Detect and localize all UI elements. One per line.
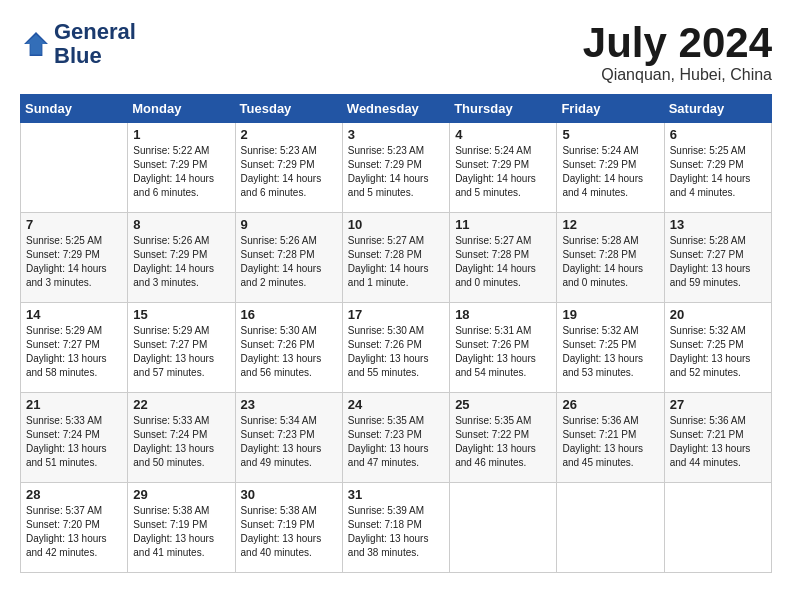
calendar-cell: 14Sunrise: 5:29 AM Sunset: 7:27 PM Dayli… <box>21 303 128 393</box>
calendar-cell: 28Sunrise: 5:37 AM Sunset: 7:20 PM Dayli… <box>21 483 128 573</box>
calendar-week-2: 7Sunrise: 5:25 AM Sunset: 7:29 PM Daylig… <box>21 213 772 303</box>
cell-content: Sunrise: 5:36 AM Sunset: 7:21 PM Dayligh… <box>562 414 658 470</box>
day-number: 17 <box>348 307 444 322</box>
day-number: 1 <box>133 127 229 142</box>
location: Qianquan, Hubei, China <box>583 66 772 84</box>
cell-content: Sunrise: 5:25 AM Sunset: 7:29 PM Dayligh… <box>26 234 122 290</box>
calendar-cell: 22Sunrise: 5:33 AM Sunset: 7:24 PM Dayli… <box>128 393 235 483</box>
calendar-cell: 26Sunrise: 5:36 AM Sunset: 7:21 PM Dayli… <box>557 393 664 483</box>
day-number: 7 <box>26 217 122 232</box>
cell-content: Sunrise: 5:31 AM Sunset: 7:26 PM Dayligh… <box>455 324 551 380</box>
calendar-cell: 11Sunrise: 5:27 AM Sunset: 7:28 PM Dayli… <box>450 213 557 303</box>
cell-content: Sunrise: 5:23 AM Sunset: 7:29 PM Dayligh… <box>241 144 337 200</box>
cell-content: Sunrise: 5:27 AM Sunset: 7:28 PM Dayligh… <box>455 234 551 290</box>
logo-icon <box>20 28 52 60</box>
header-day-saturday: Saturday <box>664 95 771 123</box>
title-block: July 2024 Qianquan, Hubei, China <box>583 20 772 84</box>
day-number: 13 <box>670 217 766 232</box>
day-number: 20 <box>670 307 766 322</box>
day-number: 24 <box>348 397 444 412</box>
cell-content: Sunrise: 5:26 AM Sunset: 7:28 PM Dayligh… <box>241 234 337 290</box>
calendar-cell: 31Sunrise: 5:39 AM Sunset: 7:18 PM Dayli… <box>342 483 449 573</box>
calendar-cell: 21Sunrise: 5:33 AM Sunset: 7:24 PM Dayli… <box>21 393 128 483</box>
calendar-cell: 29Sunrise: 5:38 AM Sunset: 7:19 PM Dayli… <box>128 483 235 573</box>
calendar-week-5: 28Sunrise: 5:37 AM Sunset: 7:20 PM Dayli… <box>21 483 772 573</box>
day-number: 5 <box>562 127 658 142</box>
cell-content: Sunrise: 5:35 AM Sunset: 7:22 PM Dayligh… <box>455 414 551 470</box>
day-number: 3 <box>348 127 444 142</box>
day-number: 8 <box>133 217 229 232</box>
cell-content: Sunrise: 5:25 AM Sunset: 7:29 PM Dayligh… <box>670 144 766 200</box>
calendar-week-4: 21Sunrise: 5:33 AM Sunset: 7:24 PM Dayli… <box>21 393 772 483</box>
calendar-cell <box>664 483 771 573</box>
day-number: 31 <box>348 487 444 502</box>
calendar-cell: 25Sunrise: 5:35 AM Sunset: 7:22 PM Dayli… <box>450 393 557 483</box>
calendar-cell: 4Sunrise: 5:24 AM Sunset: 7:29 PM Daylig… <box>450 123 557 213</box>
calendar-cell: 6Sunrise: 5:25 AM Sunset: 7:29 PM Daylig… <box>664 123 771 213</box>
day-number: 30 <box>241 487 337 502</box>
month-title: July 2024 <box>583 20 772 66</box>
header-row: SundayMondayTuesdayWednesdayThursdayFrid… <box>21 95 772 123</box>
header-day-thursday: Thursday <box>450 95 557 123</box>
cell-content: Sunrise: 5:38 AM Sunset: 7:19 PM Dayligh… <box>133 504 229 560</box>
calendar-week-3: 14Sunrise: 5:29 AM Sunset: 7:27 PM Dayli… <box>21 303 772 393</box>
header-day-monday: Monday <box>128 95 235 123</box>
cell-content: Sunrise: 5:24 AM Sunset: 7:29 PM Dayligh… <box>455 144 551 200</box>
day-number: 22 <box>133 397 229 412</box>
cell-content: Sunrise: 5:28 AM Sunset: 7:28 PM Dayligh… <box>562 234 658 290</box>
calendar-cell: 18Sunrise: 5:31 AM Sunset: 7:26 PM Dayli… <box>450 303 557 393</box>
cell-content: Sunrise: 5:24 AM Sunset: 7:29 PM Dayligh… <box>562 144 658 200</box>
cell-content: Sunrise: 5:33 AM Sunset: 7:24 PM Dayligh… <box>133 414 229 470</box>
cell-content: Sunrise: 5:38 AM Sunset: 7:19 PM Dayligh… <box>241 504 337 560</box>
calendar-cell: 15Sunrise: 5:29 AM Sunset: 7:27 PM Dayli… <box>128 303 235 393</box>
calendar-cell: 23Sunrise: 5:34 AM Sunset: 7:23 PM Dayli… <box>235 393 342 483</box>
day-number: 2 <box>241 127 337 142</box>
day-number: 9 <box>241 217 337 232</box>
cell-content: Sunrise: 5:32 AM Sunset: 7:25 PM Dayligh… <box>562 324 658 380</box>
header-day-friday: Friday <box>557 95 664 123</box>
calendar-cell: 17Sunrise: 5:30 AM Sunset: 7:26 PM Dayli… <box>342 303 449 393</box>
calendar-cell: 1Sunrise: 5:22 AM Sunset: 7:29 PM Daylig… <box>128 123 235 213</box>
cell-content: Sunrise: 5:27 AM Sunset: 7:28 PM Dayligh… <box>348 234 444 290</box>
day-number: 12 <box>562 217 658 232</box>
logo-line1: General <box>54 20 136 44</box>
calendar-cell: 7Sunrise: 5:25 AM Sunset: 7:29 PM Daylig… <box>21 213 128 303</box>
logo: General Blue <box>20 20 136 68</box>
calendar-cell: 30Sunrise: 5:38 AM Sunset: 7:19 PM Dayli… <box>235 483 342 573</box>
cell-content: Sunrise: 5:26 AM Sunset: 7:29 PM Dayligh… <box>133 234 229 290</box>
cell-content: Sunrise: 5:32 AM Sunset: 7:25 PM Dayligh… <box>670 324 766 380</box>
day-number: 28 <box>26 487 122 502</box>
calendar-cell <box>21 123 128 213</box>
calendar-header: SundayMondayTuesdayWednesdayThursdayFrid… <box>21 95 772 123</box>
calendar-cell: 12Sunrise: 5:28 AM Sunset: 7:28 PM Dayli… <box>557 213 664 303</box>
day-number: 4 <box>455 127 551 142</box>
day-number: 27 <box>670 397 766 412</box>
day-number: 29 <box>133 487 229 502</box>
day-number: 6 <box>670 127 766 142</box>
cell-content: Sunrise: 5:29 AM Sunset: 7:27 PM Dayligh… <box>133 324 229 380</box>
day-number: 21 <box>26 397 122 412</box>
header-day-tuesday: Tuesday <box>235 95 342 123</box>
calendar-cell: 10Sunrise: 5:27 AM Sunset: 7:28 PM Dayli… <box>342 213 449 303</box>
cell-content: Sunrise: 5:34 AM Sunset: 7:23 PM Dayligh… <box>241 414 337 470</box>
day-number: 19 <box>562 307 658 322</box>
cell-content: Sunrise: 5:22 AM Sunset: 7:29 PM Dayligh… <box>133 144 229 200</box>
day-number: 14 <box>26 307 122 322</box>
calendar-cell: 13Sunrise: 5:28 AM Sunset: 7:27 PM Dayli… <box>664 213 771 303</box>
cell-content: Sunrise: 5:28 AM Sunset: 7:27 PM Dayligh… <box>670 234 766 290</box>
svg-marker-1 <box>26 35 47 55</box>
calendar-cell: 16Sunrise: 5:30 AM Sunset: 7:26 PM Dayli… <box>235 303 342 393</box>
calendar-cell: 9Sunrise: 5:26 AM Sunset: 7:28 PM Daylig… <box>235 213 342 303</box>
calendar-cell: 8Sunrise: 5:26 AM Sunset: 7:29 PM Daylig… <box>128 213 235 303</box>
day-number: 10 <box>348 217 444 232</box>
page-header: General Blue July 2024 Qianquan, Hubei, … <box>20 20 772 84</box>
calendar-table: SundayMondayTuesdayWednesdayThursdayFrid… <box>20 94 772 573</box>
cell-content: Sunrise: 5:30 AM Sunset: 7:26 PM Dayligh… <box>241 324 337 380</box>
day-number: 15 <box>133 307 229 322</box>
calendar-cell: 3Sunrise: 5:23 AM Sunset: 7:29 PM Daylig… <box>342 123 449 213</box>
header-day-wednesday: Wednesday <box>342 95 449 123</box>
header-day-sunday: Sunday <box>21 95 128 123</box>
cell-content: Sunrise: 5:35 AM Sunset: 7:23 PM Dayligh… <box>348 414 444 470</box>
day-number: 18 <box>455 307 551 322</box>
day-number: 16 <box>241 307 337 322</box>
